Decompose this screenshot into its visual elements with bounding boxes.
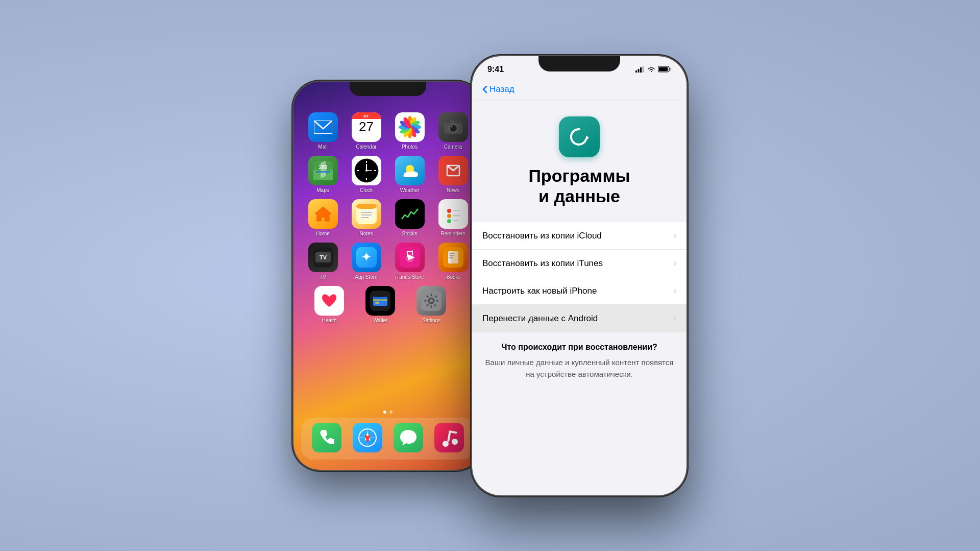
app-icon-notes[interactable]: Notes [349, 199, 384, 236]
settings-item-text-new-iphone: Настроить как новый iPhone [482, 286, 673, 296]
svg-marker-36 [315, 207, 331, 221]
app-row-4: TV TV ✦ App Store [301, 243, 475, 280]
app-icon-itunes[interactable]: iTunes Store [392, 243, 428, 280]
app-icon-wallet[interactable]: Wallet [362, 286, 398, 323]
right-phone: 9:41 [472, 56, 687, 495]
svg-rect-94 [635, 70, 637, 73]
svg-point-76 [430, 299, 433, 302]
dot-1 [383, 411, 386, 414]
svg-rect-61 [407, 251, 413, 252]
app-label-health: Health [322, 318, 337, 323]
page-title-block: Программыи данные [472, 165, 687, 207]
svg-rect-49 [453, 215, 460, 217]
dock-messages[interactable] [390, 423, 426, 454]
svg-rect-60 [412, 250, 413, 255]
description-section: Что происходит при восстановлении? Ваши … [472, 332, 687, 385]
app-label-ibooks: iBooks [445, 274, 460, 280]
content-area: Программыи данные Восстановить из копии … [472, 101, 687, 495]
app-icon-tv[interactable]: TV TV [305, 243, 341, 280]
back-button[interactable]: Назад [482, 84, 514, 94]
svg-point-90 [443, 441, 449, 447]
notch-left [350, 82, 426, 96]
app-row-2: 280 Maps [301, 156, 475, 193]
app-icon-clock[interactable]: Clock [349, 156, 384, 193]
app-label-mail: Mail [318, 144, 327, 150]
page-dots [293, 411, 482, 414]
app-label-tv: TV [320, 274, 326, 280]
svg-rect-96 [640, 67, 642, 73]
back-chevron-icon [482, 85, 487, 93]
svg-rect-99 [670, 68, 671, 70]
app-label-home: Home [316, 231, 330, 236]
svg-rect-19 [450, 121, 454, 124]
app-icon-reminders[interactable]: Reminders [435, 199, 471, 236]
dock-safari[interactable] [350, 423, 385, 454]
app-icon-settings[interactable]: Settings [413, 286, 449, 323]
app-icon-health[interactable]: Health [311, 286, 347, 323]
app-label-news: News [447, 187, 459, 193]
description-title: Что происходит при восстановлении? [482, 343, 676, 352]
svg-text:TV: TV [319, 254, 327, 260]
settings-item-android[interactable]: Перенести данные с Android › [472, 305, 687, 332]
app-row-3: Home Not [301, 199, 475, 236]
settings-list: Восстановить из копии iCloud › Восстанов… [472, 222, 687, 332]
settings-item-text-itunes: Восстановить из копии iTunes [482, 258, 673, 269]
app-label-camera: Camera [444, 144, 462, 150]
app-label-reminders: Reminders [440, 231, 465, 236]
app-icon-camera[interactable]: Camera [435, 112, 471, 150]
app-icon-stocks[interactable]: Stocks [392, 199, 428, 236]
svg-rect-77 [431, 294, 432, 296]
chevron-right-icon-icloud: › [673, 230, 676, 241]
app-label-appstore: App Store [355, 274, 377, 280]
app-icon-news[interactable]: News [435, 156, 471, 193]
back-label: Назад [489, 84, 514, 94]
app-label-calendar: Calendar [356, 144, 377, 150]
dock-phone[interactable] [309, 423, 345, 454]
dock [301, 418, 475, 460]
svg-marker-101 [586, 135, 589, 140]
app-label-settings: Settings [422, 318, 440, 323]
svg-rect-79 [424, 300, 427, 301]
svg-rect-78 [431, 305, 432, 308]
settings-item-itunes[interactable]: Восстановить из копии iTunes › [472, 250, 687, 277]
svg-rect-67 [449, 257, 453, 258]
app-icon-mail[interactable]: Mail [305, 112, 341, 150]
settings-item-new-iphone[interactable]: Настроить как новый iPhone › [472, 277, 687, 305]
description-text: Ваши личные данные и купленный контент п… [482, 357, 676, 380]
chevron-right-icon-new-iphone: › [673, 285, 676, 296]
svg-rect-39 [359, 208, 374, 220]
app-icon-appstore[interactable]: ✦ App Store [349, 243, 384, 280]
settings-item-text-android: Перенести данные с Android [482, 314, 673, 324]
svg-rect-22 [316, 171, 330, 173]
app-icon-photos[interactable]: Photos [392, 112, 428, 150]
app-grid: Mail ВТ 27 Calendar [293, 107, 482, 334]
app-label-itunes: iTunes Store [395, 274, 424, 280]
app-icon-weather[interactable]: Weather [392, 156, 428, 193]
notch-right [538, 56, 620, 71]
svg-rect-73 [375, 302, 379, 304]
app-icon-maps[interactable]: 280 Maps [305, 156, 341, 193]
svg-rect-72 [373, 299, 387, 301]
app-label-photos: Photos [402, 144, 418, 150]
chevron-right-icon-android: › [673, 313, 676, 324]
svg-point-32 [365, 170, 368, 172]
battery-icon [658, 66, 671, 73]
status-icons [635, 62, 671, 73]
svg-text:280: 280 [318, 164, 327, 170]
app-icon-calendar[interactable]: ВТ 27 Calendar [349, 112, 384, 150]
svg-rect-45 [443, 204, 463, 224]
svg-point-46 [447, 209, 451, 213]
app-icon-home[interactable]: Home [305, 199, 341, 236]
page-title: Программыи данные [493, 165, 666, 207]
app-label-wallet: Wallet [373, 318, 387, 323]
app-label-notes: Notes [359, 231, 373, 236]
app-label-clock: Clock [360, 187, 373, 193]
dot-2 [389, 411, 393, 414]
wifi-icon [647, 66, 655, 73]
dock-music[interactable] [431, 423, 467, 454]
nav-bar: Назад [472, 79, 687, 101]
svg-rect-40 [356, 204, 377, 209]
settings-item-icloud[interactable]: Восстановить из копии iCloud › [472, 222, 687, 250]
app-label-weather: Weather [400, 187, 420, 193]
app-icon-ibooks[interactable]: iBooks [435, 243, 471, 280]
